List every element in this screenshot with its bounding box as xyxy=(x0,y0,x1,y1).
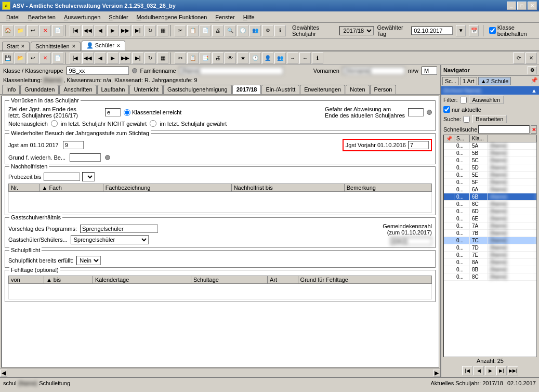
tb2-copy[interactable]: 📋 xyxy=(187,53,199,64)
tb2-next[interactable]: ▶ xyxy=(107,53,119,64)
h-scrollbar[interactable]: ◀ ▶ xyxy=(0,369,440,377)
tb-nav-prev[interactable]: ◀ xyxy=(95,25,106,36)
list-item[interactable]: 0...6C[Name] xyxy=(444,201,536,208)
tb-refresh[interactable]: ↻ xyxy=(144,25,156,36)
mw-input[interactable] xyxy=(422,67,437,75)
sub-tab-erweiterungen[interactable]: Erweiterungen xyxy=(300,85,345,94)
tab-schueler[interactable]: 👤 Schüler ✕ xyxy=(82,41,125,50)
list-item[interactable]: 0...6E[Name] xyxy=(444,215,536,223)
tb-nav-prev2[interactable]: ◀◀ xyxy=(82,25,94,36)
nav-expand-btn[interactable]: ▲ xyxy=(531,87,537,94)
tb-info[interactable]: ℹ xyxy=(274,25,286,36)
tb2-save[interactable]: 💾 xyxy=(2,53,14,64)
tb-btn-2[interactable]: 📁 xyxy=(15,25,26,36)
tb2-person[interactable]: 👤 xyxy=(262,53,273,64)
tab-schueler-close[interactable]: ✕ xyxy=(116,43,121,48)
tb2-delete[interactable]: ✕ xyxy=(40,53,51,64)
menu-auswertungen[interactable]: Auswertungen xyxy=(60,11,104,22)
tb-print[interactable]: 🖨 xyxy=(212,25,224,36)
sub-tab-gastschul[interactable]: Gastschulgenehmigung xyxy=(163,85,232,94)
gemeinde-input[interactable] xyxy=(390,237,432,245)
tb2-last[interactable]: ▶| xyxy=(132,53,143,64)
pg-last2[interactable]: ▶▶| xyxy=(508,366,518,375)
pg-next[interactable]: ▶ xyxy=(485,366,495,375)
ziel-input[interactable] xyxy=(105,108,121,116)
tb-nav-next2[interactable]: ▶▶ xyxy=(120,25,131,36)
jgst-am-input[interactable] xyxy=(63,141,84,149)
vornamen-input[interactable] xyxy=(343,67,405,75)
pg-prev[interactable]: ◀ xyxy=(474,366,484,375)
sub-tab-laufbahn[interactable]: Laufbahn xyxy=(97,85,129,94)
sub-tab-einaus[interactable]: Ein-/Austritt xyxy=(261,85,299,94)
tab-schnittstellen[interactable]: Schnittstellen ✕ xyxy=(31,42,80,50)
auswahlen-btn[interactable]: Auswählen xyxy=(469,96,504,104)
list-item[interactable]: 0...5F[Name] xyxy=(444,179,536,186)
list-item[interactable]: 0...6D[Name] xyxy=(444,208,536,215)
tab-start[interactable]: Start ✕ xyxy=(2,42,30,50)
jgst-vorjahr-input[interactable] xyxy=(408,141,429,149)
list-item[interactable]: 0...7B[Name] xyxy=(444,230,536,237)
sub-tab-anschriften[interactable]: Anschriften xyxy=(59,85,96,94)
tb2-prev[interactable]: ◀ xyxy=(95,53,106,64)
tb-copy[interactable]: 📋 xyxy=(187,25,199,36)
tb-search[interactable]: 🔍 xyxy=(225,25,236,36)
tb-nav-first[interactable]: |◀ xyxy=(70,25,81,36)
tb2-arrow[interactable]: → xyxy=(287,53,298,64)
nur-aktuelle-checkbox[interactable] xyxy=(443,106,450,113)
tb-people[interactable]: 👥 xyxy=(249,25,261,36)
notenausgleich-radio2[interactable] xyxy=(150,120,156,127)
tb-filter[interactable]: ▦ xyxy=(157,25,168,36)
probezeit-input[interactable] xyxy=(44,173,80,181)
tb2-arrow2[interactable]: ← xyxy=(299,53,311,64)
tb-cut[interactable]: ✂ xyxy=(175,25,186,36)
tb2-star[interactable]: ★ xyxy=(237,53,248,64)
sub-tab-info[interactable]: Info xyxy=(2,85,20,94)
notenausgleich-radio1[interactable] xyxy=(51,120,58,127)
tb2-filter[interactable]: ▦ xyxy=(157,53,168,64)
tb2-info[interactable]: ℹ xyxy=(312,53,323,64)
schuljahr-select[interactable]: 2017/18 xyxy=(339,26,374,35)
sub-tab-noten[interactable]: Noten xyxy=(346,85,369,94)
tb2-undo[interactable]: ↩ xyxy=(27,53,38,64)
menu-bearbeiten[interactable]: Bearbeiten xyxy=(24,11,60,22)
tb-btn-4[interactable]: 📄 xyxy=(52,25,63,36)
tb-nav-last[interactable]: ▶| xyxy=(132,25,143,36)
klasse-beibehalten-checkbox[interactable] xyxy=(489,27,496,34)
list-item[interactable]: 0...8B[Name] xyxy=(444,266,536,273)
tb2-close-panel[interactable]: ✕ xyxy=(525,53,537,64)
tag-input[interactable] xyxy=(411,27,453,35)
menu-modul[interactable]: Modulbezogene Funktionen xyxy=(133,11,212,22)
tb2-refresh[interactable]: ↻ xyxy=(144,53,156,64)
list-item[interactable]: 0...5B[Name] xyxy=(444,150,536,157)
tb2-copy2[interactable]: 📑 xyxy=(200,53,211,64)
tb2-clock[interactable]: 🕐 xyxy=(249,53,261,64)
list-item[interactable]: 0...8C[Name] xyxy=(444,273,536,281)
menu-fenster[interactable]: Fenster xyxy=(211,11,239,22)
list-item[interactable]: 0...7E[Name] xyxy=(444,252,536,259)
bearbeiten-btn[interactable]: Bearbeiten xyxy=(472,115,507,123)
list-item[interactable]: 0...8A[Name] xyxy=(444,259,536,266)
tab-start-close[interactable]: ✕ xyxy=(21,44,25,49)
tb-clock[interactable]: 🕐 xyxy=(237,25,248,36)
tb2-first[interactable]: |◀ xyxy=(70,53,81,64)
nav-tab-schule[interactable]: ▲2 Schule xyxy=(478,77,511,85)
sub-tab-grunddaten[interactable]: Grunddaten xyxy=(20,85,59,94)
tb-btn-3[interactable]: ↩ xyxy=(27,25,38,36)
content-scroll[interactable]: Vorrücken in das Schuljahr Ziel der Jgst… xyxy=(1,96,439,368)
tag-calendar-btn[interactable]: ▼ xyxy=(456,25,466,36)
tb-btn-x[interactable]: ✕ xyxy=(40,25,51,36)
tb2-open[interactable]: 📂 xyxy=(15,53,26,64)
tb2-next2[interactable]: ▶▶ xyxy=(120,53,131,64)
klasse-input[interactable] xyxy=(67,67,129,75)
scroll-right-btn[interactable]: ▶ xyxy=(433,370,440,377)
minimize-button[interactable]: _ xyxy=(507,2,516,10)
tb2-reload[interactable]: ⟳ xyxy=(513,53,524,64)
klasse-beibehalten-label[interactable]: Klasse beibehalten xyxy=(489,24,537,37)
suche-checkbox[interactable] xyxy=(463,116,470,123)
schnellsuche-input[interactable] xyxy=(478,125,530,134)
filter-checkbox[interactable] xyxy=(460,97,467,103)
gefahr-input[interactable] xyxy=(408,108,424,116)
klassenziel-radio-input[interactable] xyxy=(124,109,130,116)
pg-last[interactable]: ▶| xyxy=(496,366,507,375)
close-button[interactable]: ✕ xyxy=(528,2,537,10)
